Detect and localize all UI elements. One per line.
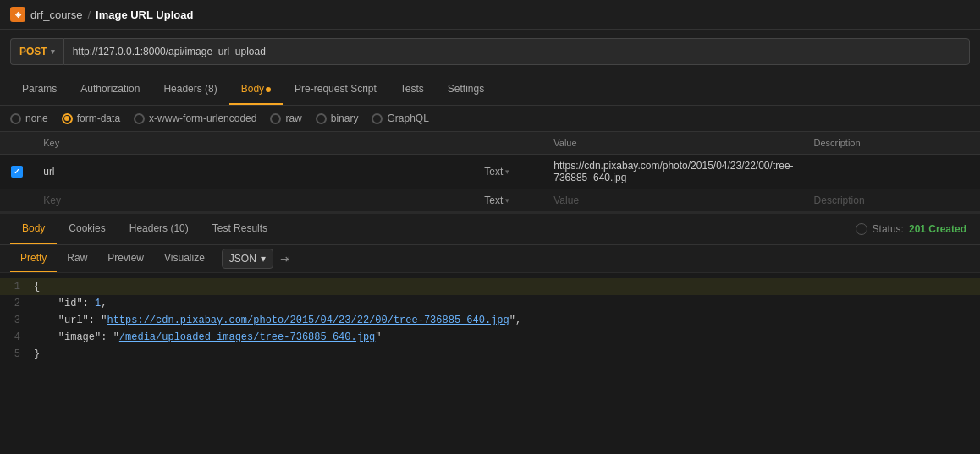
line-num-1: 1 xyxy=(0,279,34,294)
code-line-1: 1 { xyxy=(0,278,980,295)
line-content-3: "url": "https://cdn.pixabay.com/photo/20… xyxy=(34,313,521,328)
radio-graphql xyxy=(372,113,383,124)
code-line-5: 5 } xyxy=(0,346,980,363)
radio-none xyxy=(10,113,21,124)
row-value[interactable]: https://cdn.pixabay.com/photo/2015/04/23… xyxy=(543,155,803,189)
row-checkbox[interactable] xyxy=(11,166,23,178)
json-label: JSON xyxy=(229,253,256,265)
option-urlencoded[interactable]: x-www-form-urlencoded xyxy=(134,112,256,124)
breadcrumb: drf_course / Image URL Upload xyxy=(30,8,193,21)
body-options: none form-data x-www-form-urlencoded raw… xyxy=(0,106,980,132)
method-chevron-icon: ▾ xyxy=(51,47,55,56)
tab-headers[interactable]: Headers (8) xyxy=(151,74,228,105)
inner-tab-preview[interactable]: Preview xyxy=(97,245,154,272)
option-binary-label: binary xyxy=(331,112,359,124)
line-content-5: } xyxy=(34,347,40,362)
line-num-2: 2 xyxy=(0,296,34,311)
type-label: Text xyxy=(484,166,503,178)
inner-tab-raw[interactable]: Raw xyxy=(57,245,97,272)
row-description[interactable] xyxy=(804,155,980,189)
line-content-2: "id": 1, xyxy=(34,296,107,311)
wrap-icon[interactable]: ⇥ xyxy=(280,252,290,265)
resp-tab-body[interactable]: Body xyxy=(10,214,57,244)
col-checkbox xyxy=(0,132,33,155)
option-none-label: none xyxy=(25,112,48,124)
empty-key[interactable]: Key xyxy=(33,189,474,212)
resp-tab-test-results[interactable]: Test Results xyxy=(201,214,279,244)
response-tabs: Body Cookies Headers (10) Test Results S… xyxy=(0,212,980,245)
radio-binary xyxy=(316,113,327,124)
inner-tabs: Pretty Raw Preview Visualize JSON ▾ ⇥ xyxy=(0,245,980,273)
top-bar: ◈ drf_course / Image URL Upload xyxy=(0,0,980,30)
json-selector[interactable]: JSON ▾ xyxy=(222,249,273,269)
line-num-4: 4 xyxy=(0,330,34,345)
radio-raw xyxy=(270,113,281,124)
tab-body[interactable]: Body xyxy=(229,74,283,105)
request-tabs: Params Authorization Headers (8) Body Pr… xyxy=(0,74,980,106)
globe-icon xyxy=(856,223,867,235)
status-area: Status: 201 Created xyxy=(856,223,970,235)
url-bar: POST ▾ xyxy=(0,30,980,74)
empty-row: Key Text ▾ Value Description xyxy=(0,189,980,212)
option-none[interactable]: none xyxy=(10,112,48,124)
inner-tab-pretty[interactable]: Pretty xyxy=(10,245,57,272)
tab-authorization[interactable]: Authorization xyxy=(69,74,151,105)
breadcrumb-current: Image URL Upload xyxy=(96,8,193,21)
status-label: Status: xyxy=(873,223,904,235)
inner-tab-visualize[interactable]: Visualize xyxy=(154,245,215,272)
line-num-5: 5 xyxy=(0,347,34,362)
status-code: 201 Created xyxy=(909,223,966,235)
row-checkbox-cell xyxy=(0,155,33,189)
url-input[interactable] xyxy=(63,38,970,65)
col-value: Value xyxy=(543,132,803,155)
breadcrumb-parent[interactable]: drf_course xyxy=(30,8,82,21)
option-graphql[interactable]: GraphQL xyxy=(372,112,428,124)
option-form-data[interactable]: form-data xyxy=(62,112,120,124)
type-chevron-icon: ▾ xyxy=(505,167,509,176)
line-content-1: { xyxy=(34,279,40,294)
tab-pre-request[interactable]: Pre-request Script xyxy=(283,74,388,105)
tab-params[interactable]: Params xyxy=(10,74,69,105)
tab-tests[interactable]: Tests xyxy=(388,74,436,105)
empty-type-chevron-icon: ▾ xyxy=(505,196,509,205)
code-line-4: 4 "image": "/media/uploaded_images/tree-… xyxy=(0,329,980,346)
option-raw-label: raw xyxy=(285,112,301,124)
empty-type-select[interactable]: Text ▾ xyxy=(484,194,533,206)
empty-description[interactable]: Description xyxy=(804,189,980,212)
option-urlencoded-label: x-www-form-urlencoded xyxy=(149,112,256,124)
image-link[interactable]: /media/uploaded_images/tree-736885_640.j… xyxy=(119,331,375,343)
resp-tab-headers[interactable]: Headers (10) xyxy=(118,214,201,244)
radio-urlencoded xyxy=(134,113,145,124)
empty-type-cell: Text ▾ xyxy=(474,189,543,212)
line-num-3: 3 xyxy=(0,313,34,328)
option-form-data-label: form-data xyxy=(77,112,120,124)
option-raw[interactable]: raw xyxy=(270,112,301,124)
url-link[interactable]: https://cdn.pixabay.com/photo/2015/04/23… xyxy=(107,315,509,326)
method-label: POST xyxy=(19,46,47,57)
form-data-table: Key Value Description url Text ▾ https:/… xyxy=(0,132,980,212)
radio-form-data xyxy=(62,113,73,124)
line-content-4: "image": "/media/uploaded_images/tree-73… xyxy=(34,330,382,345)
row-type-cell: Text ▾ xyxy=(474,155,543,189)
col-type xyxy=(474,132,543,155)
tab-settings[interactable]: Settings xyxy=(436,74,496,105)
resp-tab-cookies[interactable]: Cookies xyxy=(57,214,117,244)
col-description: Description xyxy=(804,132,980,155)
col-key: Key xyxy=(33,132,474,155)
option-binary[interactable]: binary xyxy=(316,112,359,124)
method-select[interactable]: POST ▾ xyxy=(10,38,63,65)
empty-value[interactable]: Value xyxy=(543,189,803,212)
table-row: url Text ▾ https://cdn.pixabay.com/photo… xyxy=(0,155,980,189)
empty-type-label: Text xyxy=(484,194,503,206)
json-chevron-icon: ▾ xyxy=(261,253,266,265)
type-select[interactable]: Text ▾ xyxy=(484,166,533,178)
body-dot xyxy=(266,87,271,92)
empty-checkbox-cell xyxy=(0,189,33,212)
option-graphql-label: GraphQL xyxy=(387,112,428,124)
code-line-3: 3 "url": "https://cdn.pixabay.com/photo/… xyxy=(0,312,980,329)
app-icon: ◈ xyxy=(10,7,25,22)
breadcrumb-separator: / xyxy=(87,8,91,21)
row-key[interactable]: url xyxy=(33,155,474,189)
code-area: 1 { 2 "id": 1, 3 "url": "https://cdn.pix… xyxy=(0,273,980,368)
code-line-2: 2 "id": 1, xyxy=(0,295,980,312)
